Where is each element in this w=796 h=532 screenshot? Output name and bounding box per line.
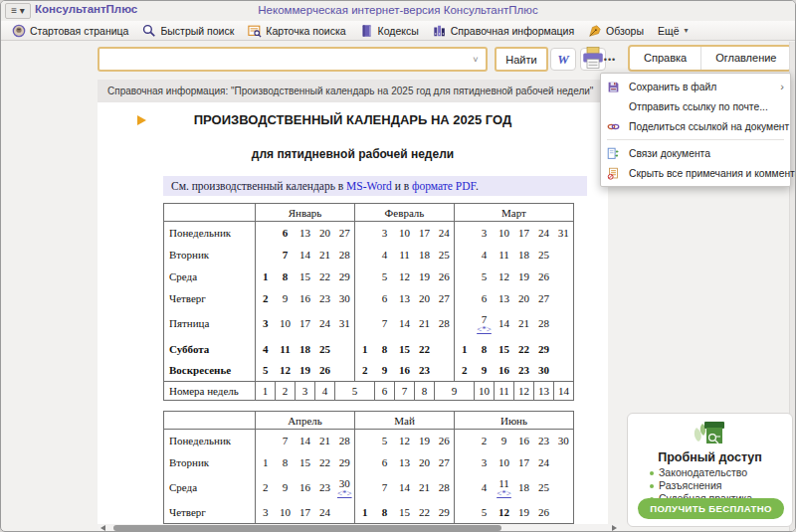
- weekday-label: Понедельник: [164, 430, 256, 451]
- day-cell: 8: [375, 338, 395, 360]
- scroll-right-arrow-icon[interactable]: [612, 525, 617, 531]
- month-header-row: АпрельМайИюнь: [164, 412, 574, 430]
- calendar-row: Среда1815222951219265121926: [164, 266, 574, 287]
- promo-title: Пробный доступ: [628, 450, 792, 464]
- footnote-link[interactable]: <*>: [475, 325, 495, 333]
- calendar-row: Вторник1815222961320273101724: [164, 451, 574, 473]
- toolbar-item-reviews-pen[interactable]: Обзоры: [581, 23, 651, 39]
- day-cell: 27: [335, 222, 355, 244]
- see-note-text: См. производственный календарь в: [171, 180, 346, 192]
- day-cell: 21: [315, 244, 335, 266]
- day-cell: 8: [276, 266, 296, 287]
- day-cell: 22: [315, 451, 335, 473]
- day-cell: 1: [256, 451, 276, 473]
- toolbar-item-label: Справочная информация: [451, 25, 574, 37]
- ms-word-link[interactable]: MS-Word: [346, 180, 392, 192]
- month-header-row: ЯнварьФевральМарт: [164, 204, 574, 222]
- day-cell: [455, 266, 475, 287]
- save-file-icon: [607, 81, 622, 93]
- footnote-link[interactable]: <*>: [335, 489, 355, 497]
- day-cell: 9: [276, 287, 296, 309]
- get-free-button[interactable]: ПОЛУЧИТЬ БЕСПЛАТНО: [638, 498, 784, 519]
- day-cell: [435, 338, 455, 360]
- export-word-button word-icon[interactable]: W: [550, 48, 576, 71]
- day-cell: 19: [296, 360, 315, 382]
- menu-item-save-file[interactable]: Сохранить в файл›: [601, 77, 790, 96]
- scroll-left-arrow-icon[interactable]: [100, 525, 105, 531]
- day-cell: 23: [315, 473, 335, 502]
- day-cell: 22: [415, 502, 435, 524]
- weekday-label: Вторник: [164, 451, 256, 473]
- toolbar-item-search-card[interactable]: Карточка поиска: [241, 23, 352, 39]
- day-cell: [355, 266, 375, 287]
- horizontal-scrollbar-thumb[interactable]: [113, 525, 501, 531]
- week-number-cell: 9: [435, 382, 475, 401]
- doc-links-icon: [607, 147, 622, 160]
- toolbar-item-label: Карточка поиска: [266, 25, 345, 37]
- calendar-row: Четверг3101724181522295121926: [164, 502, 574, 524]
- day-cell: 24: [534, 451, 554, 473]
- help-button[interactable]: Справка: [630, 47, 700, 70]
- promo-bullet-item: Законодательство: [650, 466, 752, 479]
- pdf-link[interactable]: формате PDF: [412, 180, 476, 192]
- search-input[interactable]: [100, 49, 466, 70]
- day-cell: 4: [256, 338, 276, 360]
- footnote-link[interactable]: <*>: [495, 489, 514, 497]
- day-cell: 16: [495, 360, 514, 382]
- toolbar-item-codes[interactable]: Кодексы: [353, 23, 426, 39]
- day-cell: 14: [296, 244, 315, 266]
- day-cell: 21: [514, 309, 534, 338]
- day-cell: 13: [495, 287, 514, 309]
- day-cell: [554, 473, 574, 502]
- calendar-row: Суббота411182518152218152229: [164, 338, 574, 360]
- week-number-cell: 8: [415, 382, 435, 401]
- day-cell: 4: [375, 244, 395, 266]
- toolbar-item-quick-search[interactable]: Быстрый поиск: [135, 23, 241, 39]
- day-cell: 16: [296, 287, 315, 309]
- search-card-icon: [248, 24, 262, 38]
- horizontal-scrollbar[interactable]: [98, 524, 620, 532]
- calendar-q1-container: ЯнварьФевральМартПонедельник613202731017…: [163, 203, 574, 401]
- day-cell: 6: [276, 222, 296, 244]
- more-actions-button ellipsis-icon[interactable]: •••: [598, 49, 622, 70]
- day-cell: [335, 338, 355, 360]
- week-number-cell: 13: [534, 382, 554, 401]
- day-cell: 7<*>: [475, 309, 495, 338]
- day-cell: 23: [514, 360, 534, 382]
- day-cell: 21: [415, 309, 435, 338]
- day-cell: [355, 244, 375, 266]
- toolbar-item-reference-info[interactable]: Справочная информация: [426, 23, 581, 39]
- codes-icon: [360, 24, 374, 38]
- toolbar-item-more-menu[interactable]: Ещё▾: [651, 24, 696, 38]
- day-cell: 3: [256, 309, 276, 338]
- day-number: 11: [495, 478, 514, 489]
- day-cell: [435, 360, 455, 382]
- day-number: 30: [335, 478, 355, 489]
- day-cell: 17: [296, 309, 315, 338]
- toolbar-item-start-page[interactable]: Стартовая страница: [5, 23, 135, 39]
- document-actions-menu: Сохранить в файл›Отправить ссылку по поч…: [600, 73, 791, 187]
- day-cell: 15: [495, 338, 514, 360]
- menu-item-hide-notes[interactable]: Скрыть все примечания и комментарии: [601, 163, 790, 183]
- menu-item-share-link[interactable]: Поделиться ссылкой на документ: [601, 116, 790, 136]
- bullet-dot-icon: [650, 471, 654, 475]
- weekday-label: Воскресенье: [164, 360, 256, 382]
- trial-access-promo-card: Пробный доступ ЗаконодательствоРазъяснен…: [627, 413, 793, 527]
- calendar-row: Вторник714212841118254111825: [164, 244, 574, 266]
- toc-button[interactable]: Оглавление: [701, 47, 790, 70]
- find-button[interactable]: Найти: [495, 47, 548, 72]
- menu-item-doc-links[interactable]: Связи документа: [601, 143, 790, 163]
- day-cell: [455, 244, 475, 266]
- weekday-label: Среда: [164, 266, 256, 287]
- document-viewport: Справочная информация: "Производственный…: [98, 80, 608, 524]
- start-page-icon: [12, 24, 26, 38]
- search-history-chevron-icon[interactable]: ˅: [466, 55, 486, 65]
- day-cell: 14: [395, 473, 415, 502]
- day-cell: 28: [335, 244, 355, 266]
- main-menu-button hamburger-icon[interactable]: ≡ ▾: [5, 3, 31, 19]
- menu-item-send-link-mail[interactable]: Отправить ссылку по почте...: [601, 96, 790, 116]
- day-cell: 8: [276, 451, 296, 473]
- day-cell: 10: [276, 502, 296, 524]
- month-header: Июнь: [455, 412, 574, 430]
- week-number-cell: 14: [554, 382, 574, 401]
